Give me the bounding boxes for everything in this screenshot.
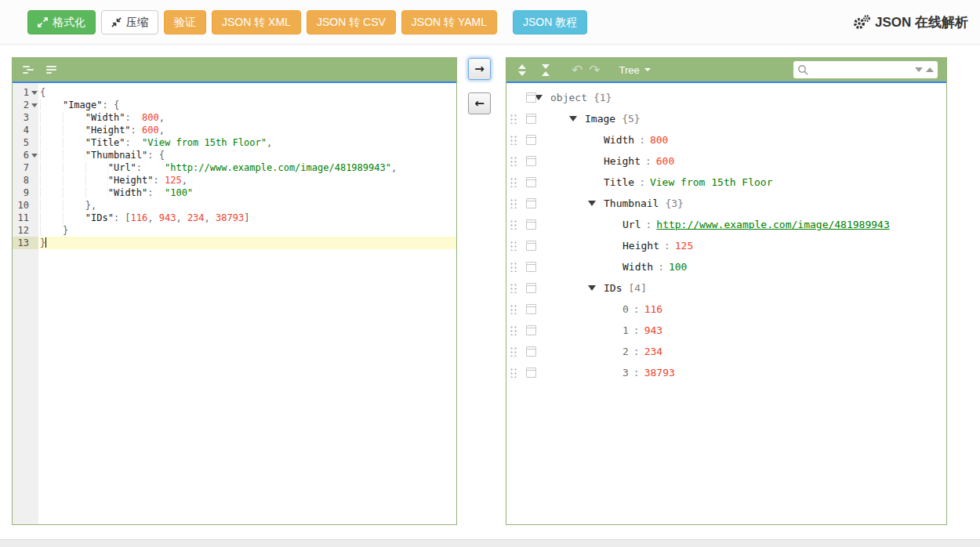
- code-editor[interactable]: 12345678910111213 { "Image": { "Width": …: [13, 83, 456, 524]
- row-actions-menu-button[interactable]: [526, 241, 536, 251]
- row-actions-menu-button[interactable]: [526, 198, 536, 208]
- drag-handle-icon[interactable]: [510, 346, 517, 357]
- field-value-separator: :: [639, 134, 645, 146]
- footer-strip: [0, 539, 980, 547]
- code-line: "Image": {: [40, 99, 456, 111]
- line-number: 13: [13, 237, 38, 249]
- drag-handle-icon[interactable]: [510, 177, 517, 187]
- tree-value[interactable]: View from 15th Floor: [650, 176, 773, 188]
- drag-handle-icon[interactable]: [510, 325, 517, 335]
- line-number: 9: [13, 187, 38, 199]
- tree-field[interactable]: object: [550, 92, 587, 103]
- search-next-button[interactable]: [915, 67, 923, 72]
- drag-handle-icon[interactable]: [510, 304, 517, 314]
- code-line: "Title": "View from 15th Floor",: [40, 136, 456, 149]
- tree-value[interactable]: 234: [644, 346, 662, 357]
- tree-menu: ↶ ↷ Tree: [506, 58, 946, 83]
- row-actions-menu-button[interactable]: [526, 114, 536, 124]
- chevron-down-icon: [644, 68, 651, 71]
- tree-value-link[interactable]: http://www.example.com/image/481989943: [656, 219, 889, 230]
- row-actions-menu-button[interactable]: [526, 92, 536, 103]
- tree-value[interactable]: 800: [650, 134, 668, 146]
- json-tutorial-button[interactable]: JSON 教程: [513, 10, 587, 34]
- line-number: 5: [13, 136, 38, 149]
- tree-value[interactable]: 116: [644, 303, 662, 315]
- line-number: 11: [13, 212, 38, 224]
- row-actions-menu-button[interactable]: [526, 283, 536, 293]
- tree-field[interactable]: Url: [622, 219, 641, 230]
- tree-value[interactable]: 125: [675, 240, 693, 252]
- tree-value[interactable]: 600: [656, 155, 674, 167]
- tree-field[interactable]: Image: [585, 113, 615, 125]
- tree-field[interactable]: Width: [622, 261, 653, 273]
- redo-button[interactable]: ↷: [589, 63, 600, 77]
- transfer-to-code-button[interactable]: ←: [468, 92, 491, 114]
- row-actions-menu-button[interactable]: [526, 325, 536, 335]
- drag-handle-icon[interactable]: [510, 156, 517, 166]
- tree-field[interactable]: Width: [604, 134, 634, 146]
- row-actions-menu-button[interactable]: [526, 304, 536, 314]
- row-actions-menu-button[interactable]: [526, 368, 536, 378]
- field-value-separator: :: [633, 303, 640, 315]
- json-to-xml-button[interactable]: JSON 转 XML: [212, 10, 301, 34]
- tree-field[interactable]: 1: [622, 324, 629, 336]
- text-cursor: [45, 237, 46, 248]
- transfer-to-tree-button[interactable]: →: [468, 58, 491, 80]
- tree-value[interactable]: 943: [644, 324, 662, 336]
- tree-field[interactable]: 2: [622, 346, 629, 357]
- code-line: },: [40, 199, 456, 212]
- drag-handle-icon[interactable]: [510, 368, 517, 378]
- drag-handle-icon[interactable]: [510, 114, 517, 124]
- row-actions-menu-button[interactable]: [526, 262, 536, 272]
- format-button[interactable]: 格式化: [27, 10, 96, 34]
- validate-button[interactable]: 验证: [164, 10, 206, 34]
- format-lines-button[interactable]: [20, 62, 37, 78]
- json-to-csv-button[interactable]: JSON 转 CSV: [307, 10, 396, 34]
- row-actions-menu-button[interactable]: [526, 346, 536, 357]
- tree-field[interactable]: IDs: [604, 282, 622, 294]
- search-box: [793, 61, 938, 78]
- row-actions-menu-button[interactable]: [526, 135, 536, 145]
- tree-field[interactable]: Height: [622, 240, 659, 252]
- collapse-all-button[interactable]: [537, 62, 554, 78]
- mode-dropdown[interactable]: Tree: [619, 64, 651, 76]
- compact-lines-button[interactable]: [43, 62, 60, 78]
- drag-handle-icon[interactable]: [510, 262, 517, 272]
- row-actions-menu-button[interactable]: [526, 177, 536, 187]
- json-to-yaml-button[interactable]: JSON 转 YAML: [401, 10, 497, 34]
- line-number: 2: [13, 99, 38, 111]
- expander-icon[interactable]: [535, 95, 550, 100]
- tree-field[interactable]: 3: [622, 367, 629, 379]
- expand-all-button[interactable]: [514, 62, 531, 78]
- tree-field[interactable]: 0: [622, 303, 629, 315]
- tree-row: Thumbnail{3}: [506, 193, 946, 214]
- tree-field[interactable]: Thumbnail: [604, 197, 659, 209]
- fold-arrow-icon[interactable]: [31, 91, 38, 95]
- drag-handle-icon[interactable]: [510, 135, 517, 145]
- expander-icon[interactable]: [588, 285, 604, 291]
- fold-arrow-icon[interactable]: [31, 103, 38, 107]
- drag-handle-icon[interactable]: [510, 219, 517, 230]
- tree-value[interactable]: 100: [669, 261, 687, 273]
- row-actions-menu-button[interactable]: [526, 219, 536, 230]
- search-input[interactable]: [809, 64, 912, 75]
- tree-row: 1:943: [506, 320, 946, 341]
- code-line: "Height": 125,: [40, 174, 456, 187]
- drag-handle-icon[interactable]: [510, 198, 517, 208]
- drag-handle-icon[interactable]: [510, 241, 517, 251]
- undo-button[interactable]: ↶: [572, 63, 583, 77]
- expander-icon[interactable]: [588, 201, 604, 206]
- compress-button[interactable]: 压缩: [101, 10, 158, 34]
- tree-field[interactable]: Height: [604, 155, 641, 167]
- site-title[interactable]: JSON 在线解析: [853, 0, 968, 45]
- json-tutorial-button-label: JSON 教程: [523, 16, 577, 30]
- row-actions-menu-button[interactable]: [526, 156, 536, 166]
- expander-icon[interactable]: [569, 116, 585, 121]
- search-previous-button[interactable]: [926, 67, 934, 72]
- drag-handle-icon[interactable]: [510, 283, 517, 293]
- code-line: }: [40, 224, 456, 237]
- fold-arrow-icon[interactable]: [31, 154, 38, 158]
- code-content[interactable]: { "Image": { "Width": 800, "Height": 600…: [38, 83, 456, 524]
- tree-value[interactable]: 38793: [644, 367, 675, 379]
- tree-field[interactable]: Title: [604, 176, 634, 188]
